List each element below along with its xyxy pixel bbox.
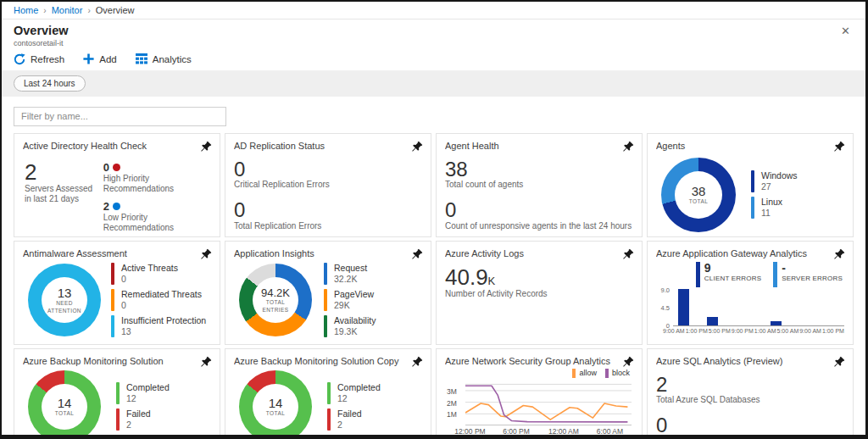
pin-button[interactable]: [621, 247, 635, 261]
time-range-pill[interactable]: Last 24 hours: [14, 75, 86, 92]
metric-row: 2 Low Priority Recommendations: [103, 200, 211, 234]
pin-button[interactable]: [199, 140, 213, 153]
legend-item: Remediated Threats0: [111, 289, 206, 311]
legend-swatch: [572, 369, 576, 378]
legend-label: block: [612, 369, 630, 377]
legend-swatch: [327, 408, 331, 431]
tile-title: Application Insights: [234, 248, 422, 258]
tile-ad-replication-status[interactable]: AD Replication Status 0 Critical Replica…: [225, 133, 431, 237]
x-axis-tick: 6:00 PM: [503, 427, 530, 436]
metric-value: 0: [445, 199, 633, 220]
breadcrumb-current: Overview: [96, 5, 135, 15]
legend-swatch: [605, 369, 609, 378]
pin-button[interactable]: [199, 247, 213, 261]
metric-value: 2: [103, 200, 109, 213]
pin-button[interactable]: [410, 140, 424, 153]
legend-item: Completed12: [116, 382, 170, 404]
legend-item: Request32.2K: [324, 263, 376, 285]
tile-agent-health[interactable]: Agent Health 38 Total count of agents 0 …: [436, 133, 643, 237]
tile-agents[interactable]: Agents 38TOTAL Windows27 Linux11: [647, 133, 854, 237]
pin-button[interactable]: [832, 247, 846, 261]
metric-row: 0 Total Azure SQL Elastic Pools: [656, 414, 844, 439]
pin-icon: [200, 141, 212, 153]
analytics-button[interactable]: Analytics: [136, 53, 192, 64]
y-axis-tick: 2M: [447, 399, 462, 408]
legend-item: 9CLIENT ERRORS: [696, 262, 761, 287]
low-priority-dot-icon: [113, 203, 120, 210]
legend-label: Availability: [334, 315, 376, 326]
breadcrumb-link-home[interactable]: Home: [14, 5, 38, 15]
legend-value: 9: [704, 262, 761, 275]
legend-value: 29K: [334, 300, 374, 311]
pin-button[interactable]: [621, 140, 635, 153]
legend-item: Failed2: [116, 408, 170, 431]
legend-label: Active Threats: [121, 263, 178, 274]
refresh-button[interactable]: Refresh: [14, 53, 64, 65]
pin-button[interactable]: [199, 355, 213, 369]
legend: 9CLIENT ERRORS -SERVER ERRORS: [658, 262, 843, 287]
tile-title: Azure SQL Analytics (Preview): [656, 356, 844, 366]
breadcrumb-link-monitor[interactable]: Monitor: [52, 5, 83, 15]
tile-antimalware-assessment[interactable]: Antimalware Assessment 13NEED ATTENTION …: [14, 241, 220, 345]
pin-button[interactable]: [832, 355, 846, 369]
tile-azure-activity-logs[interactable]: Azure Activity Logs 40.9 K Number of Act…: [436, 241, 643, 345]
high-priority-dot-icon: [113, 164, 120, 171]
legend-swatch: [327, 382, 331, 404]
tile-title: Azure Network Security Group Analytics: [445, 356, 633, 366]
metric-label: High Priority Recommendations: [103, 174, 211, 195]
tile-app-gateway-analytics[interactable]: Azure Application Gateway Analytics 9CLI…: [647, 241, 854, 345]
backup-copy-donut-chart: 14TOTAL: [239, 370, 312, 439]
bar-chart-plot: [673, 289, 844, 326]
legend-item: PageView29K: [324, 289, 376, 311]
x-axis-tick: 9:00 AM: [799, 328, 821, 334]
donut-center-value: 38: [692, 184, 706, 198]
legend-item: Completed12: [327, 382, 381, 404]
tile-azure-sql-analytics[interactable]: Azure SQL Analytics (Preview) 2 Total Az…: [647, 348, 854, 439]
breadcrumb: Home › Monitor › Overview: [2, 2, 865, 19]
pin-button[interactable]: [410, 247, 424, 261]
antimalware-donut-chart: 13NEED ATTENTION: [28, 264, 101, 336]
plus-icon: [83, 53, 94, 64]
metric-value: 38: [445, 158, 633, 180]
metric-label: Count of unresponsive agents in the last…: [445, 221, 633, 232]
tile-ad-health-check[interactable]: Active Directory Health Check 2 Servers …: [14, 133, 220, 237]
legend-label: Completed: [126, 382, 170, 393]
add-button[interactable]: Add: [83, 53, 116, 64]
legend: Completed12 Failed2: [116, 382, 170, 431]
tile-title: Azure Backup Monitoring Solution: [23, 356, 211, 366]
donut-center-value: 13: [58, 286, 72, 300]
x-axis-tick: 12:00 AM: [548, 427, 579, 436]
legend-value: 2: [126, 420, 151, 431]
pin-icon: [411, 356, 423, 368]
filter-input[interactable]: [14, 107, 226, 126]
tile-backup-monitoring[interactable]: Azure Backup Monitoring Solution 14TOTAL…: [14, 348, 220, 439]
metric-value: 0: [234, 158, 422, 180]
tile-backup-monitoring-copy[interactable]: Azure Backup Monitoring Solution Copy 14…: [225, 348, 431, 439]
legend-value: 2: [337, 420, 362, 431]
donut-center-label: TOTAL: [43, 410, 86, 417]
pin-button[interactable]: [621, 355, 635, 369]
pin-button[interactable]: [832, 140, 846, 153]
legend: allow block: [448, 369, 630, 378]
analytics-grid-icon: [136, 53, 147, 64]
legend-item: Failed2: [327, 408, 381, 431]
metric-value: 0: [656, 414, 844, 436]
pin-icon: [200, 248, 212, 260]
tile-nsg-analytics[interactable]: Azure Network Security Group Analytics a…: [436, 348, 643, 439]
legend-value: 13: [121, 326, 206, 337]
tile-application-insights[interactable]: Application Insights 94.2KTOTAL ENTRIES …: [225, 241, 431, 345]
y-axis-tick: 1M: [447, 410, 462, 419]
legend-swatch: [324, 263, 327, 285]
pin-button[interactable]: [410, 355, 424, 369]
tile-title: Azure Activity Logs: [445, 248, 633, 258]
legend-label: Linux: [761, 197, 782, 208]
tile-grid: Active Directory Health Check 2 Servers …: [2, 133, 865, 439]
tile-title: AD Replication Status: [234, 141, 422, 151]
legend: Completed12 Failed2: [327, 382, 381, 431]
legend-value: 27: [761, 181, 798, 192]
legend-swatch: [324, 289, 327, 311]
tile-title: Azure Backup Monitoring Solution Copy: [234, 356, 422, 366]
close-button[interactable]: ✕: [837, 24, 854, 38]
pin-icon: [411, 248, 423, 260]
metric-label: Number of Activity Records: [445, 289, 633, 300]
